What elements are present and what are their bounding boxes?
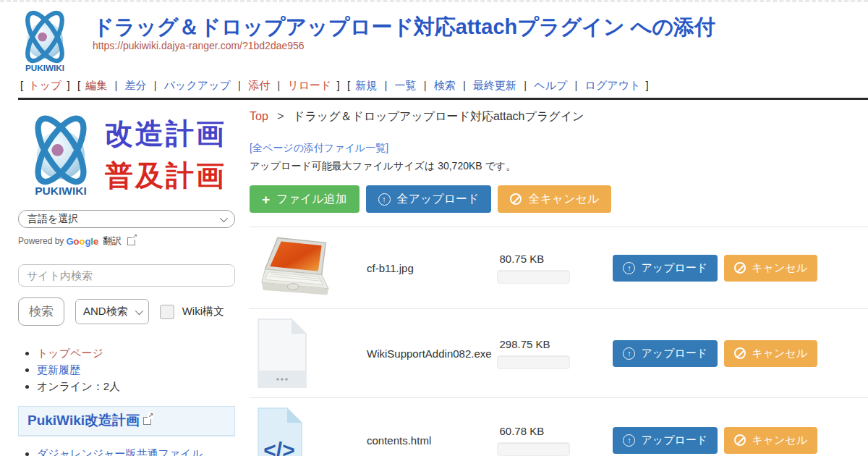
page-header: ドラッグ＆ドロップアップロード対応attachプラグイン への添付 https:… <box>0 2 868 75</box>
language-select[interactable]: 言語を選択 <box>18 210 235 228</box>
google-logo: Google <box>66 236 98 247</box>
wiki-syntax-label: Wiki構文 <box>182 305 224 318</box>
max-upload-size-text: アップロード可能最大ファイルサイズは 30,720KB です。 <box>250 160 868 173</box>
breadcrumb: Top > ドラッグ＆ドロップアップロード対応attachプラグイン <box>250 109 868 124</box>
pukiwiki-banner-logo-icon <box>18 110 103 200</box>
file-thumbnail <box>257 318 365 389</box>
cancel-all-button[interactable]: 全キャンセル <box>498 185 611 213</box>
nav-new[interactable]: 新規 <box>355 79 377 91</box>
wiki-syntax-checkbox[interactable] <box>160 305 174 319</box>
file-size: 80.75 KB <box>497 253 605 265</box>
sidebar-plugin-links: ダジャレンジャー版共通ファイル PukiWiki本体改造 PukiWikiテキス… <box>18 446 239 456</box>
sidebar-section-title[interactable]: PukiWiki改造計画 <box>18 406 235 436</box>
search-mode-value: AND検索 <box>83 305 128 318</box>
nav-diff[interactable]: 差分 <box>125 79 147 91</box>
ban-circle-icon <box>510 193 522 205</box>
file-thumbnail: </> <box>257 407 365 456</box>
upload-circle-icon <box>378 193 391 206</box>
file-name: WikiSupportAddin082.exe <box>365 347 497 360</box>
cancel-button[interactable]: キャンセル <box>724 427 817 454</box>
html-code-file-icon: </> <box>257 407 303 456</box>
upload-progress-bar <box>497 355 570 369</box>
file-name: contents.html <box>365 434 497 447</box>
top-nav: [ トップ ] [ 編集 | 差分 | バックアップ | 添付 | リロード ]… <box>0 75 868 98</box>
header-text: ドラッグ＆ドロップアップロード対応attachプラグイン への添付 https:… <box>93 7 715 52</box>
nav-search[interactable]: 検索 <box>434 79 456 91</box>
external-link-icon <box>127 237 135 245</box>
search-mode-select[interactable]: AND検索 <box>75 299 149 324</box>
chevron-down-icon <box>135 306 142 314</box>
external-link-icon <box>143 417 151 425</box>
sidebar-banner[interactable]: 改造計画 普及計画 <box>18 109 239 201</box>
upload-circle-icon <box>623 347 635 360</box>
upload-all-button[interactable]: 全アップロード <box>366 185 492 213</box>
generic-file-icon <box>257 318 307 389</box>
language-select-value: 言語を選択 <box>27 213 78 226</box>
google-translate-attribution: Powered by Google 翻訳 <box>18 235 239 248</box>
cancel-button[interactable]: キャンセル <box>724 340 817 367</box>
upload-button[interactable]: アップロード <box>613 255 718 282</box>
file-size: 298.75 KB <box>497 338 605 350</box>
nav-backup[interactable]: バックアップ <box>164 79 231 91</box>
nav-edit[interactable]: 編集 <box>85 79 107 91</box>
svg-text:</>: </> <box>263 438 294 456</box>
breadcrumb-top-link[interactable]: Top <box>250 110 268 122</box>
page-url-link[interactable]: https://pukiwiki.dajya-ranger.com/?1bd2d… <box>93 40 305 51</box>
nav-reload[interactable]: リロード <box>287 79 331 91</box>
site-search-input[interactable] <box>18 264 235 287</box>
file-row: cf-b11.jpg 80.75 KB アップロード キャンセル <box>250 227 868 308</box>
file-row: </> contents.html 60.78 KB アップロード キャンセル <box>250 397 868 456</box>
search-button[interactable]: 検索 <box>18 297 64 326</box>
page-title: ドラッグ＆ドロップアップロード対応attachプラグイン への添付 <box>93 15 715 39</box>
upload-button[interactable]: アップロード <box>613 427 718 454</box>
nav-logout[interactable]: ログアウト <box>585 79 641 91</box>
chevron-down-icon <box>220 214 228 221</box>
banner-fukyu-text: 普及計画 <box>105 156 226 195</box>
sidebar-online-count: オンライン：2人 <box>37 380 120 392</box>
nav-help[interactable]: ヘルプ <box>534 79 567 91</box>
nav-recent[interactable]: 最終更新 <box>473 79 516 91</box>
nav-top[interactable]: トップ <box>28 79 61 91</box>
sidebar: 改造計画 普及計画 言語を選択 Powered by Google 翻訳 検索 … <box>18 100 239 456</box>
upload-progress-bar <box>497 270 570 284</box>
upload-circle-icon <box>623 262 635 274</box>
pukiwiki-logo-icon[interactable] <box>14 7 75 75</box>
nav-attach[interactable]: 添付 <box>248 79 270 91</box>
upload-button[interactable]: アップロード <box>613 340 718 367</box>
nav-list[interactable]: 一覧 <box>395 79 417 91</box>
laptop-photo-icon <box>257 236 333 300</box>
sidebar-item-common-files[interactable]: ダジャレンジャー版共通ファイル <box>37 447 203 456</box>
ban-circle-icon <box>734 347 746 359</box>
add-file-button[interactable]: ファイル追加 <box>250 185 359 213</box>
banner-kaizo-text: 改造計画 <box>105 114 226 153</box>
ban-circle-icon <box>734 262 746 274</box>
file-thumbnail <box>257 236 365 300</box>
cancel-button[interactable]: キャンセル <box>724 255 817 282</box>
all-attachments-link[interactable]: [全ページの添付ファイル一覧] <box>250 142 388 155</box>
sidebar-quick-links: トップページ 更新履歴 オンライン：2人 <box>18 345 239 394</box>
file-name: cf-b11.jpg <box>365 262 497 274</box>
upload-circle-icon <box>623 434 635 447</box>
upload-progress-bar <box>497 442 570 456</box>
sidebar-item-toppage[interactable]: トップページ <box>37 347 103 359</box>
main-content: Top > ドラッグ＆ドロップアップロード対応attachプラグイン [全ページ… <box>239 100 868 456</box>
upload-file-list: cf-b11.jpg 80.75 KB アップロード キャンセル <box>250 227 868 456</box>
breadcrumb-current-page: ドラッグ＆ドロップアップロード対応attachプラグイン <box>293 110 584 122</box>
plus-icon <box>262 193 270 206</box>
file-row: WikiSupportAddin082.exe 298.75 KB アップロード… <box>250 308 868 397</box>
file-size: 60.78 KB <box>497 425 605 437</box>
ban-circle-icon <box>734 434 746 446</box>
sidebar-item-recent-changes[interactable]: 更新履歴 <box>37 363 80 376</box>
upload-toolbar: ファイル追加 全アップロード 全キャンセル <box>250 185 868 213</box>
